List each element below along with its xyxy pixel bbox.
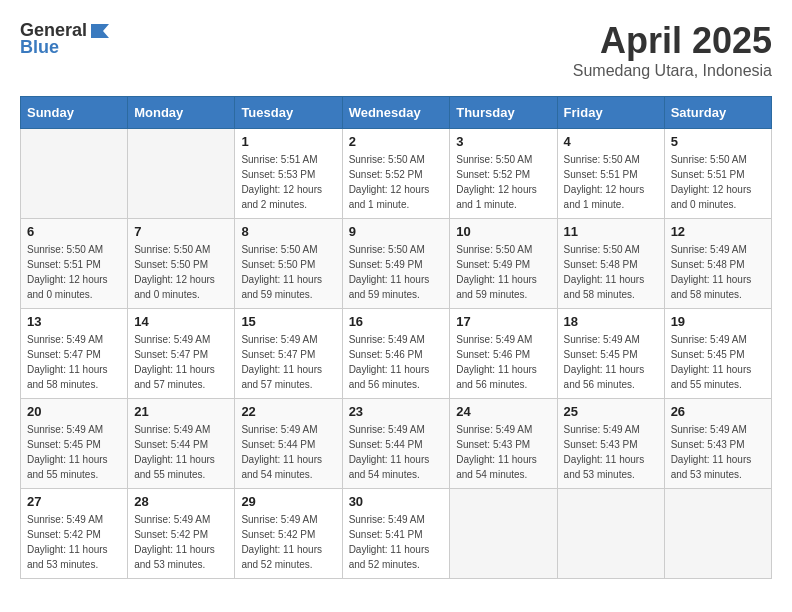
day-sun-info: Sunrise: 5:49 AM Sunset: 5:46 PM Dayligh…	[456, 332, 550, 392]
day-number: 25	[564, 404, 658, 419]
table-row: 30Sunrise: 5:49 AM Sunset: 5:41 PM Dayli…	[342, 489, 450, 579]
day-sun-info: Sunrise: 5:50 AM Sunset: 5:50 PM Dayligh…	[241, 242, 335, 302]
day-number: 17	[456, 314, 550, 329]
day-sun-info: Sunrise: 5:50 AM Sunset: 5:51 PM Dayligh…	[671, 152, 765, 212]
weekday-header-row: Sunday Monday Tuesday Wednesday Thursday…	[21, 97, 772, 129]
day-sun-info: Sunrise: 5:49 AM Sunset: 5:48 PM Dayligh…	[671, 242, 765, 302]
day-sun-info: Sunrise: 5:49 AM Sunset: 5:44 PM Dayligh…	[241, 422, 335, 482]
table-row: 2Sunrise: 5:50 AM Sunset: 5:52 PM Daylig…	[342, 129, 450, 219]
header-wednesday: Wednesday	[342, 97, 450, 129]
table-row: 18Sunrise: 5:49 AM Sunset: 5:45 PM Dayli…	[557, 309, 664, 399]
table-row: 10Sunrise: 5:50 AM Sunset: 5:49 PM Dayli…	[450, 219, 557, 309]
day-sun-info: Sunrise: 5:49 AM Sunset: 5:46 PM Dayligh…	[349, 332, 444, 392]
table-row: 23Sunrise: 5:49 AM Sunset: 5:44 PM Dayli…	[342, 399, 450, 489]
table-row: 25Sunrise: 5:49 AM Sunset: 5:43 PM Dayli…	[557, 399, 664, 489]
table-row	[557, 489, 664, 579]
day-number: 15	[241, 314, 335, 329]
header-monday: Monday	[128, 97, 235, 129]
day-sun-info: Sunrise: 5:49 AM Sunset: 5:47 PM Dayligh…	[27, 332, 121, 392]
day-number: 19	[671, 314, 765, 329]
day-sun-info: Sunrise: 5:49 AM Sunset: 5:44 PM Dayligh…	[349, 422, 444, 482]
day-sun-info: Sunrise: 5:49 AM Sunset: 5:42 PM Dayligh…	[134, 512, 228, 572]
table-row: 7Sunrise: 5:50 AM Sunset: 5:50 PM Daylig…	[128, 219, 235, 309]
day-number: 21	[134, 404, 228, 419]
week-row-1: 1Sunrise: 5:51 AM Sunset: 5:53 PM Daylig…	[21, 129, 772, 219]
day-sun-info: Sunrise: 5:49 AM Sunset: 5:45 PM Dayligh…	[27, 422, 121, 482]
logo-blue: Blue	[20, 37, 59, 58]
table-row: 16Sunrise: 5:49 AM Sunset: 5:46 PM Dayli…	[342, 309, 450, 399]
logo: General Blue	[20, 20, 111, 58]
table-row: 1Sunrise: 5:51 AM Sunset: 5:53 PM Daylig…	[235, 129, 342, 219]
table-row: 22Sunrise: 5:49 AM Sunset: 5:44 PM Dayli…	[235, 399, 342, 489]
day-number: 23	[349, 404, 444, 419]
day-number: 22	[241, 404, 335, 419]
day-sun-info: Sunrise: 5:50 AM Sunset: 5:52 PM Dayligh…	[349, 152, 444, 212]
table-row: 3Sunrise: 5:50 AM Sunset: 5:52 PM Daylig…	[450, 129, 557, 219]
day-sun-info: Sunrise: 5:50 AM Sunset: 5:50 PM Dayligh…	[134, 242, 228, 302]
week-row-2: 6Sunrise: 5:50 AM Sunset: 5:51 PM Daylig…	[21, 219, 772, 309]
table-row	[450, 489, 557, 579]
day-sun-info: Sunrise: 5:49 AM Sunset: 5:45 PM Dayligh…	[671, 332, 765, 392]
header-thursday: Thursday	[450, 97, 557, 129]
day-number: 26	[671, 404, 765, 419]
day-number: 8	[241, 224, 335, 239]
day-number: 24	[456, 404, 550, 419]
logo-flag-icon	[89, 22, 111, 40]
header-friday: Friday	[557, 97, 664, 129]
day-sun-info: Sunrise: 5:49 AM Sunset: 5:43 PM Dayligh…	[564, 422, 658, 482]
week-row-4: 20Sunrise: 5:49 AM Sunset: 5:45 PM Dayli…	[21, 399, 772, 489]
table-row: 14Sunrise: 5:49 AM Sunset: 5:47 PM Dayli…	[128, 309, 235, 399]
day-number: 5	[671, 134, 765, 149]
day-number: 3	[456, 134, 550, 149]
table-row: 21Sunrise: 5:49 AM Sunset: 5:44 PM Dayli…	[128, 399, 235, 489]
week-row-5: 27Sunrise: 5:49 AM Sunset: 5:42 PM Dayli…	[21, 489, 772, 579]
day-number: 27	[27, 494, 121, 509]
table-row: 5Sunrise: 5:50 AM Sunset: 5:51 PM Daylig…	[664, 129, 771, 219]
table-row: 15Sunrise: 5:49 AM Sunset: 5:47 PM Dayli…	[235, 309, 342, 399]
table-row: 11Sunrise: 5:50 AM Sunset: 5:48 PM Dayli…	[557, 219, 664, 309]
day-number: 14	[134, 314, 228, 329]
header-saturday: Saturday	[664, 97, 771, 129]
svg-marker-0	[91, 24, 109, 38]
table-row: 24Sunrise: 5:49 AM Sunset: 5:43 PM Dayli…	[450, 399, 557, 489]
day-sun-info: Sunrise: 5:49 AM Sunset: 5:47 PM Dayligh…	[134, 332, 228, 392]
day-sun-info: Sunrise: 5:50 AM Sunset: 5:51 PM Dayligh…	[27, 242, 121, 302]
day-sun-info: Sunrise: 5:50 AM Sunset: 5:52 PM Dayligh…	[456, 152, 550, 212]
table-row: 20Sunrise: 5:49 AM Sunset: 5:45 PM Dayli…	[21, 399, 128, 489]
day-sun-info: Sunrise: 5:49 AM Sunset: 5:42 PM Dayligh…	[241, 512, 335, 572]
table-row: 26Sunrise: 5:49 AM Sunset: 5:43 PM Dayli…	[664, 399, 771, 489]
table-row: 8Sunrise: 5:50 AM Sunset: 5:50 PM Daylig…	[235, 219, 342, 309]
header-tuesday: Tuesday	[235, 97, 342, 129]
day-number: 7	[134, 224, 228, 239]
day-number: 13	[27, 314, 121, 329]
table-row: 28Sunrise: 5:49 AM Sunset: 5:42 PM Dayli…	[128, 489, 235, 579]
day-number: 4	[564, 134, 658, 149]
table-row	[21, 129, 128, 219]
day-number: 30	[349, 494, 444, 509]
day-sun-info: Sunrise: 5:49 AM Sunset: 5:43 PM Dayligh…	[671, 422, 765, 482]
day-number: 16	[349, 314, 444, 329]
header-sunday: Sunday	[21, 97, 128, 129]
day-sun-info: Sunrise: 5:49 AM Sunset: 5:45 PM Dayligh…	[564, 332, 658, 392]
day-sun-info: Sunrise: 5:51 AM Sunset: 5:53 PM Dayligh…	[241, 152, 335, 212]
table-row	[128, 129, 235, 219]
table-row: 4Sunrise: 5:50 AM Sunset: 5:51 PM Daylig…	[557, 129, 664, 219]
day-number: 9	[349, 224, 444, 239]
day-number: 12	[671, 224, 765, 239]
day-sun-info: Sunrise: 5:49 AM Sunset: 5:43 PM Dayligh…	[456, 422, 550, 482]
day-sun-info: Sunrise: 5:49 AM Sunset: 5:44 PM Dayligh…	[134, 422, 228, 482]
day-sun-info: Sunrise: 5:49 AM Sunset: 5:42 PM Dayligh…	[27, 512, 121, 572]
calendar-table: Sunday Monday Tuesday Wednesday Thursday…	[20, 96, 772, 579]
day-number: 20	[27, 404, 121, 419]
title-area: April 2025 Sumedang Utara, Indonesia	[573, 20, 772, 80]
page-header: General Blue April 2025 Sumedang Utara, …	[20, 20, 772, 80]
day-number: 18	[564, 314, 658, 329]
day-number: 11	[564, 224, 658, 239]
month-title: April 2025	[573, 20, 772, 62]
table-row: 17Sunrise: 5:49 AM Sunset: 5:46 PM Dayli…	[450, 309, 557, 399]
day-sun-info: Sunrise: 5:50 AM Sunset: 5:49 PM Dayligh…	[349, 242, 444, 302]
day-number: 29	[241, 494, 335, 509]
day-sun-info: Sunrise: 5:49 AM Sunset: 5:47 PM Dayligh…	[241, 332, 335, 392]
day-number: 2	[349, 134, 444, 149]
table-row: 19Sunrise: 5:49 AM Sunset: 5:45 PM Dayli…	[664, 309, 771, 399]
